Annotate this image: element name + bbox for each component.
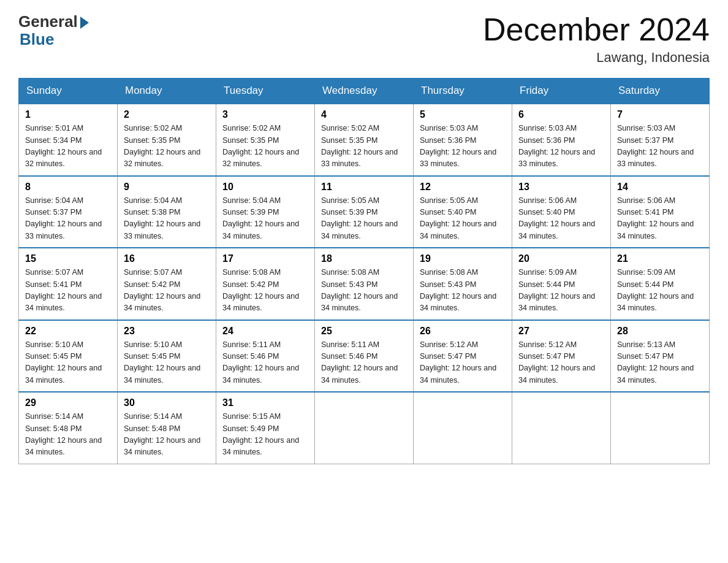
day-number: 19 bbox=[420, 253, 506, 264]
calendar-cell: 9Sunrise: 5:04 AMSunset: 5:38 PMDaylight… bbox=[118, 176, 216, 248]
weekday-header-sunday: Sunday bbox=[19, 79, 118, 104]
calendar-cell: 5Sunrise: 5:03 AMSunset: 5:36 PMDaylight… bbox=[414, 104, 512, 176]
day-info: Sunrise: 5:13 AMSunset: 5:47 PMDaylight:… bbox=[617, 339, 703, 387]
calendar-cell: 27Sunrise: 5:12 AMSunset: 5:47 PMDayligh… bbox=[512, 320, 611, 393]
calendar-cell bbox=[512, 392, 611, 464]
day-number: 9 bbox=[124, 182, 210, 193]
day-number: 26 bbox=[420, 326, 506, 337]
day-number: 8 bbox=[25, 182, 111, 193]
calendar-cell bbox=[611, 392, 710, 464]
day-info: Sunrise: 5:01 AMSunset: 5:34 PMDaylight:… bbox=[25, 123, 111, 170]
day-info: Sunrise: 5:07 AMSunset: 5:42 PMDaylight:… bbox=[124, 267, 210, 315]
day-info: Sunrise: 5:14 AMSunset: 5:48 PMDaylight:… bbox=[25, 411, 111, 459]
day-number: 3 bbox=[222, 109, 308, 120]
day-info: Sunrise: 5:04 AMSunset: 5:39 PMDaylight:… bbox=[222, 195, 308, 243]
weekday-header-monday: Monday bbox=[118, 79, 216, 104]
calendar-cell: 28Sunrise: 5:13 AMSunset: 5:47 PMDayligh… bbox=[611, 320, 710, 393]
day-number: 14 bbox=[617, 182, 703, 193]
calendar-cell: 31Sunrise: 5:15 AMSunset: 5:49 PMDayligh… bbox=[216, 392, 315, 464]
calendar-header-row: SundayMondayTuesdayWednesdayThursdayFrid… bbox=[19, 79, 710, 104]
calendar-cell: 8Sunrise: 5:04 AMSunset: 5:37 PMDaylight… bbox=[19, 176, 118, 248]
day-info: Sunrise: 5:03 AMSunset: 5:36 PMDaylight:… bbox=[518, 123, 604, 170]
day-number: 6 bbox=[518, 109, 604, 120]
day-number: 10 bbox=[222, 182, 308, 193]
calendar-cell: 4Sunrise: 5:02 AMSunset: 5:35 PMDaylight… bbox=[315, 104, 414, 176]
logo-general-text: General bbox=[18, 12, 78, 31]
day-number: 27 bbox=[518, 326, 604, 337]
day-info: Sunrise: 5:05 AMSunset: 5:40 PMDaylight:… bbox=[420, 195, 506, 243]
location: Lawang, Indonesia bbox=[483, 50, 710, 66]
day-info: Sunrise: 5:10 AMSunset: 5:45 PMDaylight:… bbox=[25, 339, 111, 387]
calendar-cell: 3Sunrise: 5:02 AMSunset: 5:35 PMDaylight… bbox=[216, 104, 315, 176]
day-info: Sunrise: 5:08 AMSunset: 5:43 PMDaylight:… bbox=[321, 267, 407, 315]
day-number: 4 bbox=[321, 109, 407, 120]
calendar-cell: 14Sunrise: 5:06 AMSunset: 5:41 PMDayligh… bbox=[611, 176, 710, 248]
weekday-header-thursday: Thursday bbox=[414, 79, 512, 104]
calendar-cell: 10Sunrise: 5:04 AMSunset: 5:39 PMDayligh… bbox=[216, 176, 315, 248]
day-info: Sunrise: 5:02 AMSunset: 5:35 PMDaylight:… bbox=[222, 123, 308, 170]
day-number: 29 bbox=[25, 397, 111, 408]
calendar-cell: 17Sunrise: 5:08 AMSunset: 5:42 PMDayligh… bbox=[216, 248, 315, 320]
calendar-week-5: 29Sunrise: 5:14 AMSunset: 5:48 PMDayligh… bbox=[19, 392, 710, 464]
calendar-cell: 23Sunrise: 5:10 AMSunset: 5:45 PMDayligh… bbox=[118, 320, 216, 393]
calendar-cell: 6Sunrise: 5:03 AMSunset: 5:36 PMDaylight… bbox=[512, 104, 611, 176]
day-number: 23 bbox=[124, 326, 210, 337]
day-number: 15 bbox=[25, 253, 111, 264]
calendar-table: SundayMondayTuesdayWednesdayThursdayFrid… bbox=[18, 78, 710, 464]
calendar-week-3: 15Sunrise: 5:07 AMSunset: 5:41 PMDayligh… bbox=[19, 248, 710, 320]
day-info: Sunrise: 5:05 AMSunset: 5:39 PMDaylight:… bbox=[321, 195, 407, 243]
day-number: 13 bbox=[518, 182, 604, 193]
logo-arrow-icon bbox=[80, 17, 89, 29]
logo-blue-text: Blue bbox=[18, 30, 54, 49]
calendar-week-2: 8Sunrise: 5:04 AMSunset: 5:37 PMDaylight… bbox=[19, 176, 710, 248]
day-info: Sunrise: 5:09 AMSunset: 5:44 PMDaylight:… bbox=[518, 267, 604, 315]
calendar-cell: 11Sunrise: 5:05 AMSunset: 5:39 PMDayligh… bbox=[315, 176, 414, 248]
day-info: Sunrise: 5:08 AMSunset: 5:42 PMDaylight:… bbox=[222, 267, 308, 315]
calendar-cell bbox=[315, 392, 414, 464]
day-info: Sunrise: 5:03 AMSunset: 5:37 PMDaylight:… bbox=[617, 123, 703, 170]
day-info: Sunrise: 5:11 AMSunset: 5:46 PMDaylight:… bbox=[222, 339, 308, 387]
calendar-cell: 20Sunrise: 5:09 AMSunset: 5:44 PMDayligh… bbox=[512, 248, 611, 320]
calendar-cell: 30Sunrise: 5:14 AMSunset: 5:48 PMDayligh… bbox=[118, 392, 216, 464]
day-number: 25 bbox=[321, 326, 407, 337]
calendar-cell: 19Sunrise: 5:08 AMSunset: 5:43 PMDayligh… bbox=[414, 248, 512, 320]
calendar-cell: 21Sunrise: 5:09 AMSunset: 5:44 PMDayligh… bbox=[611, 248, 710, 320]
logo: General Blue bbox=[18, 12, 89, 49]
day-number: 11 bbox=[321, 182, 407, 193]
day-number: 17 bbox=[222, 253, 308, 264]
day-number: 30 bbox=[124, 397, 210, 408]
day-number: 12 bbox=[420, 182, 506, 193]
calendar-cell: 16Sunrise: 5:07 AMSunset: 5:42 PMDayligh… bbox=[118, 248, 216, 320]
day-number: 28 bbox=[617, 326, 703, 337]
calendar-cell: 12Sunrise: 5:05 AMSunset: 5:40 PMDayligh… bbox=[414, 176, 512, 248]
day-info: Sunrise: 5:09 AMSunset: 5:44 PMDaylight:… bbox=[617, 267, 703, 315]
page-header: General Blue December 2024 Lawang, Indon… bbox=[18, 12, 710, 66]
weekday-header-saturday: Saturday bbox=[611, 79, 710, 104]
weekday-header-friday: Friday bbox=[512, 79, 611, 104]
day-info: Sunrise: 5:10 AMSunset: 5:45 PMDaylight:… bbox=[124, 339, 210, 387]
day-info: Sunrise: 5:04 AMSunset: 5:38 PMDaylight:… bbox=[124, 195, 210, 243]
day-info: Sunrise: 5:06 AMSunset: 5:40 PMDaylight:… bbox=[518, 195, 604, 243]
day-info: Sunrise: 5:11 AMSunset: 5:46 PMDaylight:… bbox=[321, 339, 407, 387]
day-info: Sunrise: 5:12 AMSunset: 5:47 PMDaylight:… bbox=[518, 339, 604, 387]
day-number: 2 bbox=[124, 109, 210, 120]
day-info: Sunrise: 5:08 AMSunset: 5:43 PMDaylight:… bbox=[420, 267, 506, 315]
calendar-cell: 22Sunrise: 5:10 AMSunset: 5:45 PMDayligh… bbox=[19, 320, 118, 393]
day-number: 22 bbox=[25, 326, 111, 337]
day-number: 7 bbox=[617, 109, 703, 120]
day-number: 18 bbox=[321, 253, 407, 264]
calendar-week-1: 1Sunrise: 5:01 AMSunset: 5:34 PMDaylight… bbox=[19, 104, 710, 176]
calendar-week-4: 22Sunrise: 5:10 AMSunset: 5:45 PMDayligh… bbox=[19, 320, 710, 393]
calendar-cell: 18Sunrise: 5:08 AMSunset: 5:43 PMDayligh… bbox=[315, 248, 414, 320]
day-info: Sunrise: 5:04 AMSunset: 5:37 PMDaylight:… bbox=[25, 195, 111, 243]
day-info: Sunrise: 5:02 AMSunset: 5:35 PMDaylight:… bbox=[321, 123, 407, 170]
day-number: 1 bbox=[25, 109, 111, 120]
title-block: December 2024 Lawang, Indonesia bbox=[483, 12, 710, 66]
calendar-cell: 15Sunrise: 5:07 AMSunset: 5:41 PMDayligh… bbox=[19, 248, 118, 320]
day-number: 24 bbox=[222, 326, 308, 337]
day-info: Sunrise: 5:12 AMSunset: 5:47 PMDaylight:… bbox=[420, 339, 506, 387]
month-title: December 2024 bbox=[483, 12, 710, 47]
day-number: 20 bbox=[518, 253, 604, 264]
day-info: Sunrise: 5:15 AMSunset: 5:49 PMDaylight:… bbox=[222, 411, 308, 459]
day-info: Sunrise: 5:07 AMSunset: 5:41 PMDaylight:… bbox=[25, 267, 111, 315]
